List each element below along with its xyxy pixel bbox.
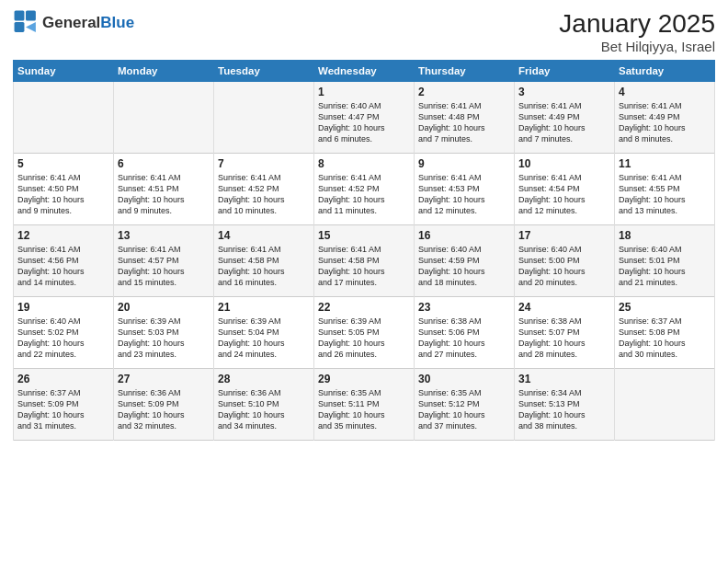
logo-icon: [13, 9, 39, 35]
calendar-cell: [615, 369, 715, 441]
day-number: 29: [318, 373, 410, 385]
cell-info: Sunrise: 6:40 AM Sunset: 5:02 PM Dayligh…: [17, 316, 109, 361]
day-number: 9: [418, 157, 510, 170]
calendar-cell: 31Sunrise: 6:34 AM Sunset: 5:13 PM Dayli…: [515, 369, 615, 441]
cell-info: Sunrise: 6:41 AM Sunset: 4:58 PM Dayligh…: [218, 244, 310, 289]
day-number: 11: [619, 157, 711, 170]
calendar-cell: 30Sunrise: 6:35 AM Sunset: 5:12 PM Dayli…: [415, 369, 515, 441]
calendar-cell: 22Sunrise: 6:39 AM Sunset: 5:05 PM Dayli…: [314, 297, 415, 369]
calendar-header-row: SundayMondayTuesdayWednesdayThursdayFrid…: [14, 61, 715, 82]
cell-info: Sunrise: 6:41 AM Sunset: 4:49 PM Dayligh…: [619, 100, 711, 145]
week-row-1: 1Sunrise: 6:40 AM Sunset: 4:47 PM Daylig…: [14, 82, 715, 154]
calendar-cell: 29Sunrise: 6:35 AM Sunset: 5:11 PM Dayli…: [314, 369, 415, 441]
day-number: 24: [518, 301, 610, 314]
day-number: 31: [518, 373, 610, 385]
logo-general: General: [42, 14, 100, 31]
day-number: 4: [619, 86, 711, 98]
day-number: 30: [418, 373, 510, 385]
day-number: 5: [17, 157, 109, 170]
calendar-cell: 21Sunrise: 6:39 AM Sunset: 5:04 PM Dayli…: [214, 297, 314, 369]
day-number: 1: [318, 86, 410, 98]
day-number: 14: [218, 229, 310, 242]
calendar-cell: 28Sunrise: 6:36 AM Sunset: 5:10 PM Dayli…: [214, 369, 314, 441]
calendar-cell: 18Sunrise: 6:40 AM Sunset: 5:01 PM Dayli…: [615, 225, 715, 297]
day-number: 19: [17, 301, 109, 314]
svg-rect-2: [15, 22, 25, 32]
cell-info: Sunrise: 6:41 AM Sunset: 4:52 PM Dayligh…: [318, 172, 410, 217]
cell-info: Sunrise: 6:37 AM Sunset: 5:08 PM Dayligh…: [619, 316, 711, 361]
calendar-cell: [214, 82, 314, 154]
day-header-sunday: Sunday: [14, 61, 114, 82]
calendar-title: January 2025: [559, 9, 715, 39]
calendar-cell: 8Sunrise: 6:41 AM Sunset: 4:52 PM Daylig…: [314, 154, 415, 225]
day-header-tuesday: Tuesday: [214, 61, 314, 82]
calendar-cell: 1Sunrise: 6:40 AM Sunset: 4:47 PM Daylig…: [314, 82, 415, 154]
calendar-cell: 25Sunrise: 6:37 AM Sunset: 5:08 PM Dayli…: [615, 297, 715, 369]
calendar-cell: 23Sunrise: 6:38 AM Sunset: 5:06 PM Dayli…: [415, 297, 515, 369]
cell-info: Sunrise: 6:41 AM Sunset: 4:53 PM Dayligh…: [418, 172, 510, 217]
calendar-cell: 13Sunrise: 6:41 AM Sunset: 4:57 PM Dayli…: [114, 225, 214, 297]
day-number: 12: [17, 229, 109, 242]
day-number: 18: [619, 229, 711, 242]
week-row-2: 5Sunrise: 6:41 AM Sunset: 4:50 PM Daylig…: [14, 154, 715, 225]
cell-info: Sunrise: 6:40 AM Sunset: 5:01 PM Dayligh…: [619, 244, 711, 289]
day-number: 16: [418, 229, 510, 242]
svg-rect-1: [26, 11, 36, 21]
day-header-saturday: Saturday: [615, 61, 715, 82]
cell-info: Sunrise: 6:34 AM Sunset: 5:13 PM Dayligh…: [518, 387, 610, 432]
page-container: GeneralBlue January 2025 Bet Hilqiyya, I…: [0, 0, 728, 450]
day-number: 23: [418, 301, 510, 314]
calendar-cell: 6Sunrise: 6:41 AM Sunset: 4:51 PM Daylig…: [114, 154, 214, 225]
cell-info: Sunrise: 6:37 AM Sunset: 5:09 PM Dayligh…: [17, 387, 109, 432]
day-header-monday: Monday: [114, 61, 214, 82]
day-number: 15: [318, 229, 410, 242]
day-number: 17: [518, 229, 610, 242]
day-number: 26: [17, 373, 109, 385]
header: GeneralBlue January 2025 Bet Hilqiyya, I…: [13, 9, 715, 54]
calendar-cell: 5Sunrise: 6:41 AM Sunset: 4:50 PM Daylig…: [14, 154, 114, 225]
cell-info: Sunrise: 6:41 AM Sunset: 4:51 PM Dayligh…: [118, 172, 210, 217]
cell-info: Sunrise: 6:39 AM Sunset: 5:04 PM Dayligh…: [218, 316, 310, 361]
calendar-cell: 27Sunrise: 6:36 AM Sunset: 5:09 PM Dayli…: [114, 369, 214, 441]
calendar-cell: 4Sunrise: 6:41 AM Sunset: 4:49 PM Daylig…: [615, 82, 715, 154]
day-header-friday: Friday: [515, 61, 615, 82]
svg-rect-0: [15, 11, 25, 21]
cell-info: Sunrise: 6:38 AM Sunset: 5:06 PM Dayligh…: [418, 316, 510, 361]
day-header-wednesday: Wednesday: [314, 61, 415, 82]
cell-info: Sunrise: 6:39 AM Sunset: 5:05 PM Dayligh…: [318, 316, 410, 361]
calendar-cell: 24Sunrise: 6:38 AM Sunset: 5:07 PM Dayli…: [515, 297, 615, 369]
day-number: 25: [619, 301, 711, 314]
day-number: 10: [518, 157, 610, 170]
day-number: 27: [118, 373, 210, 385]
logo-blue: Blue: [100, 14, 134, 31]
week-row-3: 12Sunrise: 6:41 AM Sunset: 4:56 PM Dayli…: [14, 225, 715, 297]
day-header-thursday: Thursday: [415, 61, 515, 82]
day-number: 22: [318, 301, 410, 314]
day-number: 20: [118, 301, 210, 314]
calendar-cell: 7Sunrise: 6:41 AM Sunset: 4:52 PM Daylig…: [214, 154, 314, 225]
week-row-4: 19Sunrise: 6:40 AM Sunset: 5:02 PM Dayli…: [14, 297, 715, 369]
day-number: 28: [218, 373, 310, 385]
cell-info: Sunrise: 6:38 AM Sunset: 5:07 PM Dayligh…: [518, 316, 610, 361]
cell-info: Sunrise: 6:41 AM Sunset: 4:52 PM Dayligh…: [218, 172, 310, 217]
day-number: 8: [318, 157, 410, 170]
cell-info: Sunrise: 6:40 AM Sunset: 4:47 PM Dayligh…: [318, 100, 410, 145]
calendar-cell: 15Sunrise: 6:41 AM Sunset: 4:58 PM Dayli…: [314, 225, 415, 297]
cell-info: Sunrise: 6:41 AM Sunset: 4:48 PM Dayligh…: [418, 100, 510, 145]
day-number: 7: [218, 157, 310, 170]
cell-info: Sunrise: 6:39 AM Sunset: 5:03 PM Dayligh…: [118, 316, 210, 361]
cell-info: Sunrise: 6:41 AM Sunset: 4:57 PM Dayligh…: [118, 244, 210, 289]
cell-info: Sunrise: 6:35 AM Sunset: 5:11 PM Dayligh…: [318, 387, 410, 432]
cell-info: Sunrise: 6:41 AM Sunset: 4:50 PM Dayligh…: [17, 172, 109, 217]
calendar-cell: [14, 82, 114, 154]
calendar-cell: 17Sunrise: 6:40 AM Sunset: 5:00 PM Dayli…: [515, 225, 615, 297]
calendar-cell: 14Sunrise: 6:41 AM Sunset: 4:58 PM Dayli…: [214, 225, 314, 297]
cell-info: Sunrise: 6:41 AM Sunset: 4:56 PM Dayligh…: [17, 244, 109, 289]
day-number: 21: [218, 301, 310, 314]
calendar-cell: 10Sunrise: 6:41 AM Sunset: 4:54 PM Dayli…: [515, 154, 615, 225]
day-number: 13: [118, 229, 210, 242]
cell-info: Sunrise: 6:41 AM Sunset: 4:49 PM Dayligh…: [518, 100, 610, 145]
day-number: 2: [418, 86, 510, 98]
calendar-cell: 9Sunrise: 6:41 AM Sunset: 4:53 PM Daylig…: [415, 154, 515, 225]
logo: GeneralBlue: [13, 9, 134, 35]
